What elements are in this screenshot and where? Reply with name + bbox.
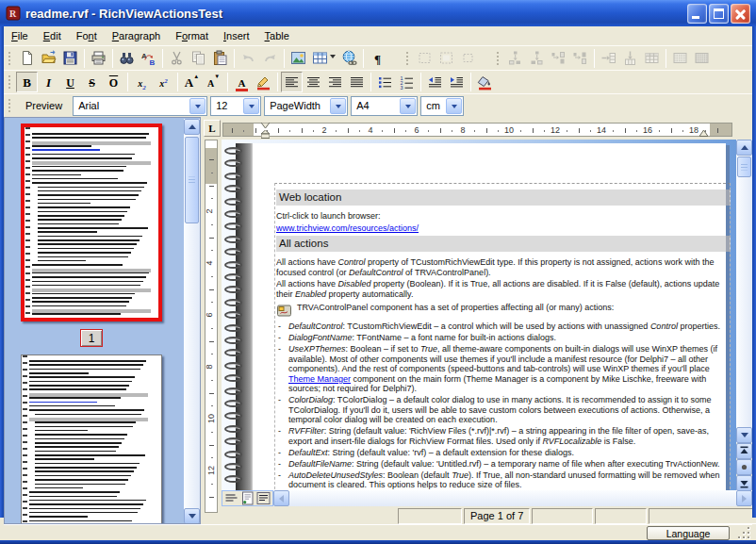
underline-button[interactable]: U — [59, 72, 81, 92]
increase-indent-button[interactable] — [446, 72, 468, 92]
right-indent-marker[interactable] — [699, 130, 708, 137]
chevron-down-icon[interactable] — [446, 98, 462, 114]
chevron-down-icon[interactable] — [330, 98, 346, 114]
paper-size-value[interactable]: A4 — [352, 97, 399, 115]
strikethrough-button[interactable]: S — [81, 72, 103, 92]
hyperlink[interactable]: Theme Manager — [288, 374, 351, 384]
page-thumbnail-1[interactable] — [21, 124, 162, 321]
toolbar-grip[interactable] — [496, 51, 500, 66]
show-paragraph-marks-button[interactable]: ¶ — [367, 48, 388, 69]
vertical-ruler[interactable]: 24681012 — [205, 140, 218, 513]
print-button[interactable] — [88, 48, 109, 69]
undo-button[interactable] — [238, 48, 259, 69]
chevron-down-icon[interactable] — [400, 98, 416, 114]
first-line-indent-marker[interactable] — [261, 123, 270, 128]
document-scroll-down-button[interactable] — [736, 427, 752, 443]
menu-format[interactable]: Format — [168, 27, 216, 44]
text-highlight-button[interactable] — [253, 72, 274, 92]
superscript-button[interactable]: x2 — [153, 72, 174, 92]
menu-paragraph[interactable]: Paragraph — [105, 27, 168, 44]
view-normal-button[interactable] — [223, 491, 239, 505]
table-insert-row-below-button[interactable] — [526, 48, 548, 69]
document-scroll-right-button[interactable] — [736, 490, 752, 506]
cut-button[interactable] — [166, 48, 188, 69]
toolbar-grip[interactable] — [8, 74, 11, 90]
shrink-font-button[interactable]: A▼ — [203, 72, 224, 92]
menu-insert[interactable]: Insert — [216, 27, 257, 44]
units-combo[interactable]: cm — [420, 96, 464, 116]
numbered-list-button[interactable]: 123 — [396, 72, 418, 92]
left-indent-marker[interactable] — [261, 130, 270, 139]
window-border-left[interactable] — [0, 0, 4, 518]
copy-button[interactable] — [188, 48, 209, 69]
minimize-button[interactable] — [687, 4, 707, 24]
zoom-mode-combo[interactable]: PageWidth — [264, 96, 348, 116]
grow-font-button[interactable]: A▲ — [181, 72, 203, 92]
zoom-mode-value[interactable]: PageWidth — [265, 97, 329, 115]
align-center-button[interactable] — [303, 72, 324, 92]
table-shading-1-button[interactable] — [669, 48, 691, 69]
table-insert-row-above-button[interactable] — [504, 48, 526, 69]
font-size-combo[interactable]: 12 — [210, 96, 261, 116]
insert-table-button[interactable] — [309, 48, 338, 69]
menu-file[interactable]: File — [4, 27, 36, 44]
menu-edit[interactable]: Edit — [36, 27, 69, 44]
hyperlink[interactable]: www.trichview.com/resources/actions/ — [276, 223, 419, 233]
window-border-right[interactable] — [752, 0, 756, 518]
frame-style-1-button[interactable] — [414, 48, 436, 69]
document-scroll-up-button[interactable] — [736, 140, 752, 156]
table-properties-button[interactable] — [641, 48, 663, 69]
toolbar-grip[interactable] — [8, 98, 11, 113]
decrease-indent-button[interactable] — [424, 72, 446, 92]
close-button[interactable] — [731, 4, 750, 24]
document-scrollbar-thumb[interactable] — [737, 157, 751, 177]
italic-button[interactable]: I — [38, 72, 59, 92]
units-value[interactable]: cm — [421, 97, 445, 115]
preview-button[interactable]: Preview — [18, 97, 70, 114]
next-page-button[interactable] — [736, 475, 752, 491]
bold-button[interactable]: B — [16, 72, 38, 92]
thumbnails-scroll-up-button[interactable] — [184, 119, 200, 135]
insert-picture-button[interactable] — [288, 48, 309, 69]
paragraph-color-button[interactable] — [474, 72, 496, 92]
chevron-down-icon[interactable] — [189, 98, 205, 114]
font-name-combo[interactable]: Arial — [73, 96, 207, 116]
title-bar[interactable]: R readme.rvf - RichViewActionsTest — [0, 0, 756, 26]
view-draft-button[interactable] — [255, 491, 271, 505]
table-select-col-button[interactable] — [619, 48, 641, 69]
font-name-value[interactable]: Arial — [74, 97, 189, 115]
previous-page-button[interactable] — [736, 443, 752, 459]
bullet-list-button[interactable] — [374, 72, 396, 92]
paper-size-combo[interactable]: A4 — [351, 96, 418, 116]
font-color-button[interactable]: A — [231, 72, 253, 92]
table-shading-2-button[interactable] — [691, 48, 713, 69]
frame-style-3-button[interactable] — [457, 48, 479, 69]
view-page-layout-button[interactable] — [239, 491, 255, 505]
tab-stop-selector-button[interactable]: L — [204, 120, 221, 137]
align-justify-button[interactable] — [346, 72, 368, 92]
replace-button[interactable]: AB — [138, 48, 159, 69]
overline-button[interactable]: O — [103, 72, 124, 92]
resize-grip[interactable] — [737, 527, 750, 539]
align-right-button[interactable] — [324, 72, 346, 92]
align-left-button[interactable] — [281, 72, 303, 92]
table-select-row-button[interactable] — [598, 48, 619, 69]
thumbnails-scroll-down-button[interactable] — [184, 508, 200, 524]
language-button[interactable]: Language — [647, 526, 730, 540]
table-insert-col-left-button[interactable] — [548, 48, 569, 69]
document-scroll-left-button[interactable] — [273, 490, 289, 506]
open-button[interactable] — [38, 48, 59, 69]
page-thumbnail-2[interactable] — [21, 354, 162, 524]
horizontal-ruler[interactable]: 24681012141618 — [222, 123, 732, 137]
font-size-value[interactable]: 12 — [211, 97, 242, 115]
maximize-button[interactable] — [709, 4, 729, 24]
redo-button[interactable] — [259, 48, 281, 69]
save-button[interactable] — [59, 48, 81, 69]
subscript-button[interactable]: x2 — [131, 72, 153, 92]
insert-hyperlink-button[interactable] — [338, 48, 360, 69]
table-insert-col-right-button[interactable] — [569, 48, 591, 69]
chevron-down-icon[interactable] — [243, 98, 259, 114]
toolbar-grip[interactable] — [405, 51, 409, 66]
select-browse-object-button[interactable] — [736, 459, 752, 475]
find-button[interactable] — [116, 48, 138, 69]
